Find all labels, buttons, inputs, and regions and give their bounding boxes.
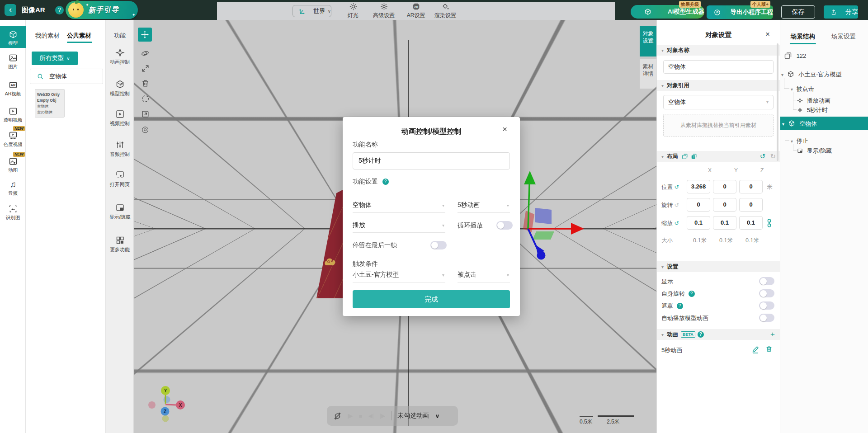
tree-row-scene[interactable]: 122 bbox=[784, 52, 806, 59]
asset-type-filter[interactable]: 所有类型 ∨ bbox=[32, 52, 78, 65]
tree-row-empty-object[interactable]: ▾ 空物体 bbox=[782, 120, 817, 128]
section-animation[interactable]: ▾ 动画 BETA ? + bbox=[657, 329, 780, 340]
section-object-name[interactable]: ▾ 对象名称 bbox=[657, 45, 780, 56]
asset-dropzone[interactable]: 从素材库拖拽替换当前引用素材 bbox=[663, 114, 774, 136]
back-button[interactable]: ‹ bbox=[5, 4, 16, 16]
loop-play-toggle[interactable] bbox=[496, 221, 513, 230]
sidebar-item-audio[interactable]: ♫ 音频 bbox=[0, 180, 26, 197]
sidebar-item-chroma-video[interactable]: NEW 色度视频 bbox=[0, 131, 26, 148]
show-toggle[interactable] bbox=[759, 277, 774, 285]
sidebar-item-model[interactable]: 模型 bbox=[0, 26, 26, 48]
undo-icon[interactable]: ↺ bbox=[760, 152, 766, 160]
tree-row-timer[interactable]: 5秒计时 bbox=[797, 106, 828, 114]
save-button[interactable]: 保存 bbox=[781, 5, 815, 19]
sidebar-item-ar-video[interactable]: AR AR视频 bbox=[0, 80, 26, 97]
scale-x-input[interactable]: 0.1 bbox=[687, 216, 710, 230]
chevron-down-icon[interactable]: ∨ bbox=[435, 413, 440, 419]
world-coordinate-dropdown[interactable]: 世界 ∨ bbox=[292, 5, 331, 17]
stay-last-frame-toggle[interactable] bbox=[430, 241, 447, 249]
scale-y-input[interactable]: 0.1 bbox=[713, 216, 736, 230]
tab-my-assets[interactable]: 我的素材 bbox=[35, 32, 60, 40]
delete-tool-button[interactable] bbox=[140, 79, 150, 89]
paste-icon[interactable] bbox=[691, 153, 697, 160]
object-name-input[interactable] bbox=[663, 60, 774, 74]
edit-icon[interactable] bbox=[752, 345, 759, 353]
loop-off-icon[interactable] bbox=[333, 412, 342, 420]
scrollbar[interactable] bbox=[777, 43, 778, 161]
sidebar-item-gif[interactable]: NEW 动图 bbox=[0, 157, 26, 174]
prev-frame-icon[interactable]: ◀| bbox=[368, 413, 373, 419]
done-button[interactable]: 完成 bbox=[353, 290, 510, 308]
axis-neg-x[interactable] bbox=[148, 401, 156, 409]
link-scale-icon[interactable] bbox=[766, 219, 772, 227]
advanced-settings-button[interactable]: 高级设置 bbox=[368, 3, 400, 19]
light-settings-button[interactable]: 灯光 bbox=[337, 3, 369, 19]
help-icon[interactable]: ? bbox=[689, 291, 695, 297]
copy-icon[interactable] bbox=[682, 153, 688, 160]
asset-card-empty-object[interactable]: Web3D Only Empty Obj 空物体 空の物体 bbox=[35, 89, 65, 118]
gizmo-plane-xy[interactable] bbox=[535, 208, 552, 224]
position-y-input[interactable]: 0 bbox=[713, 180, 736, 193]
axis-neg-z[interactable] bbox=[164, 396, 170, 403]
func-more[interactable]: 更多功能 bbox=[106, 235, 134, 253]
animation-dropdown[interactable]: 5秒动画 ▾ bbox=[458, 201, 510, 213]
tree-row-show-hide[interactable]: 显示/隐藏 bbox=[797, 147, 832, 155]
orientation-widget[interactable]: Y X Z bbox=[146, 384, 188, 426]
func-audio-control[interactable]: 音频控制 bbox=[106, 140, 134, 158]
tree-row-clicked[interactable]: ▾ 被点击 bbox=[791, 85, 814, 93]
help-icon[interactable]: ? bbox=[677, 303, 683, 309]
move-tool-button[interactable] bbox=[138, 28, 152, 42]
self-rotate-toggle[interactable] bbox=[759, 289, 774, 297]
func-animation-control[interactable]: 动画控制 bbox=[106, 48, 134, 66]
trigger-event-dropdown[interactable]: 被点击 ▾ bbox=[458, 271, 510, 282]
animation-selector[interactable]: 未勾选动画 bbox=[397, 412, 429, 420]
asset-search[interactable] bbox=[30, 69, 103, 84]
axis-neg-y[interactable] bbox=[162, 415, 169, 422]
next-frame-icon[interactable]: |▶ bbox=[380, 413, 385, 419]
search-input[interactable] bbox=[49, 73, 99, 80]
mask-toggle[interactable] bbox=[759, 301, 774, 310]
beginner-guide-button[interactable]: 新手引导 ✦ ✦ bbox=[66, 1, 138, 19]
tab-scene-structure[interactable]: 场景结构 bbox=[791, 33, 815, 41]
rotate-tool-button[interactable] bbox=[140, 49, 150, 59]
tab-public-assets[interactable]: 公共素材 bbox=[67, 32, 91, 40]
reset-icon[interactable]: ↺ bbox=[674, 202, 679, 208]
help-button[interactable]: ? bbox=[55, 6, 64, 14]
section-settings[interactable]: ▾ 设置 bbox=[657, 261, 780, 272]
trigger-target-dropdown[interactable]: 小土豆-官方模型 ▾ bbox=[353, 271, 445, 282]
play-icon[interactable]: ▶ bbox=[348, 412, 353, 420]
scale-tool-button[interactable] bbox=[140, 64, 150, 74]
trash-icon[interactable] bbox=[765, 345, 773, 353]
rotation-x-input[interactable]: 0 bbox=[687, 198, 710, 212]
reset-icon[interactable]: ↺ bbox=[674, 220, 679, 226]
section-object-reference[interactable]: ▾ 对象引用 bbox=[657, 80, 780, 91]
reset-icon[interactable]: ↺ bbox=[674, 184, 679, 190]
add-animation-icon[interactable]: + bbox=[770, 330, 775, 339]
transform-gizmo[interactable] bbox=[511, 167, 601, 267]
stop-icon[interactable]: ■ bbox=[359, 413, 363, 419]
target-view-tool-button[interactable]: ◎ bbox=[140, 125, 150, 135]
fit-view-tool-button[interactable] bbox=[140, 110, 150, 120]
close-icon[interactable]: × bbox=[765, 30, 770, 39]
help-icon[interactable]: ? bbox=[698, 331, 704, 338]
position-x-input[interactable]: 3.268 bbox=[687, 180, 710, 193]
redo-icon[interactable]: ↻ bbox=[770, 152, 776, 160]
share-button[interactable]: 分享 bbox=[824, 5, 858, 19]
func-video-control[interactable]: 视频控制 bbox=[106, 109, 134, 127]
function-name-input[interactable] bbox=[353, 152, 510, 169]
sidebar-item-transparent-video[interactable]: 透明视频 bbox=[0, 107, 26, 123]
action-dropdown[interactable]: 播放 ▾ bbox=[353, 221, 445, 233]
rotation-y-input[interactable]: 0 bbox=[713, 198, 736, 212]
help-icon[interactable]: ? bbox=[382, 179, 389, 185]
target-object-dropdown[interactable]: 空物体 ▾ bbox=[353, 201, 445, 213]
func-show-hide[interactable]: 显示/隐藏 bbox=[106, 203, 134, 221]
vtab-object-settings[interactable]: 对象 设置 bbox=[640, 26, 656, 56]
close-icon[interactable]: × bbox=[502, 124, 507, 134]
section-layout[interactable]: ▾ 布局 ↺ ↻ bbox=[657, 151, 780, 162]
sidebar-item-image[interactable]: 图片 bbox=[0, 53, 26, 70]
func-model-control[interactable]: 模型控制 bbox=[106, 80, 134, 97]
scale-z-input[interactable]: 0.1 bbox=[739, 216, 763, 230]
tab-scene-settings[interactable]: 场景设置 bbox=[831, 33, 856, 41]
sidebar-item-marker-image[interactable]: 识别图 bbox=[0, 204, 26, 221]
position-z-input[interactable]: 0 bbox=[739, 180, 763, 193]
